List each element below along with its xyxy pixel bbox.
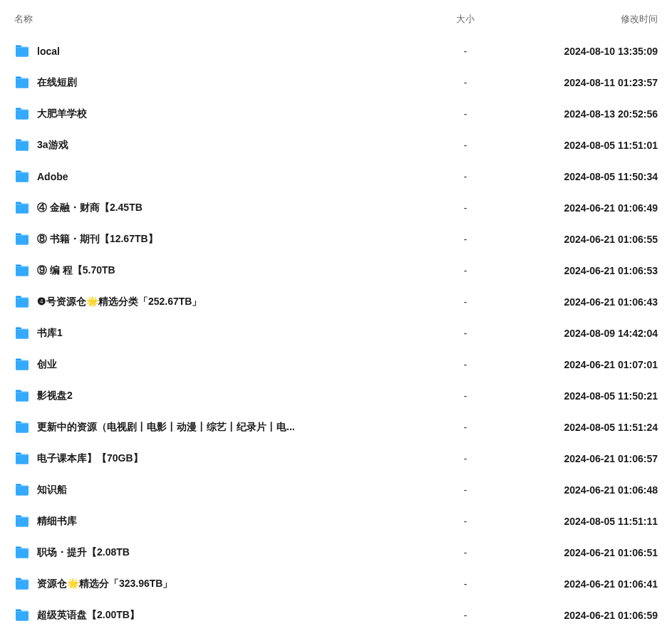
- cell-size: -: [415, 296, 515, 308]
- table-row[interactable]: 在线短剧-2024-08-11 01:23:57: [14, 67, 658, 98]
- cell-size: -: [415, 171, 515, 182]
- file-date-label: 2024-08-09 14:42:04: [564, 328, 658, 339]
- svg-rect-8: [16, 298, 29, 298]
- cell-name: local: [14, 45, 415, 58]
- cell-name: 资源仓🌟精选分「323.96TB」: [14, 578, 415, 590]
- file-size-label: -: [464, 578, 467, 590]
- file-date-label: 2024-08-10 13:35:09: [564, 46, 658, 57]
- file-date-label: 2024-08-13 20:52:56: [564, 108, 658, 120]
- table-row[interactable]: 知识船-2024-06-21 01:06:48: [14, 474, 658, 506]
- cell-size: -: [415, 108, 515, 120]
- table-row[interactable]: 影视盘2-2024-08-05 11:50:21: [14, 380, 658, 412]
- file-date-label: 2024-06-21 01:07:01: [564, 359, 658, 370]
- file-size-label: -: [464, 171, 467, 182]
- file-name-label: 书库1: [37, 327, 63, 340]
- svg-rect-6: [16, 235, 29, 236]
- cell-name: 职场・提升【2.08TB: [14, 546, 415, 559]
- file-size-label: -: [464, 46, 467, 57]
- folder-icon: [14, 390, 30, 402]
- folder-icon: [14, 296, 30, 308]
- table-row[interactable]: 精细书库-2024-08-05 11:51:11: [14, 506, 658, 537]
- cell-size: -: [415, 202, 515, 214]
- table-row[interactable]: ⑧ 书籍・期刊【12.67TB】-2024-06-21 01:06:55: [14, 224, 658, 255]
- file-name-label: ❹号资源仓🌟精选分类「252.67TB」: [37, 296, 202, 308]
- cell-date: 2024-08-05 11:50:21: [515, 390, 658, 402]
- cell-date: 2024-08-13 20:52:56: [515, 108, 658, 120]
- file-size-label: -: [464, 359, 467, 370]
- cell-date: 2024-06-21 01:06:48: [515, 484, 658, 496]
- cell-name: ⑧ 书籍・期刊【12.67TB】: [14, 233, 415, 246]
- file-date-label: 2024-08-05 11:51:01: [564, 140, 658, 151]
- svg-rect-13: [16, 454, 29, 455]
- file-date-label: 2024-08-11 01:23:57: [564, 77, 658, 88]
- cell-size: -: [415, 234, 515, 245]
- file-name-label: ④ 金融・财商【2.45TB: [37, 202, 143, 214]
- file-name-label: Adobe: [37, 171, 68, 182]
- file-name-label: 电子课本库】【70GB】: [37, 452, 143, 465]
- header-size-label: 大小: [456, 14, 475, 24]
- cell-name: 知识船: [14, 484, 415, 496]
- svg-rect-16: [16, 548, 29, 549]
- svg-rect-18: [16, 611, 29, 612]
- folder-icon: [14, 327, 30, 340]
- file-date-label: 2024-06-21 01:06:51: [564, 547, 658, 558]
- table-row[interactable]: 更新中的资源（电视剧丨电影丨动漫丨综艺丨纪录片丨电...-2024-08-05 …: [14, 412, 658, 443]
- table-row[interactable]: 创业-2024-06-21 01:07:01: [14, 349, 658, 380]
- file-size-label: -: [464, 547, 467, 558]
- table-row[interactable]: 大肥羊学校-2024-08-13 20:52:56: [14, 98, 658, 130]
- file-name-label: ⑧ 书籍・期刊【12.67TB】: [37, 233, 158, 246]
- file-name-label: 更新中的资源（电视剧丨电影丨动漫丨综艺丨纪录片丨电...: [37, 421, 295, 434]
- folder-icon: [14, 139, 30, 152]
- folder-icon: [14, 421, 30, 434]
- file-name-label: 影视盘2: [37, 390, 73, 402]
- cell-size: -: [415, 610, 515, 621]
- header-size[interactable]: 大小: [415, 13, 515, 26]
- cell-date: 2024-06-21 01:06:49: [515, 202, 658, 214]
- table-row[interactable]: Adobe-2024-08-05 11:50:34: [14, 161, 658, 192]
- folder-icon: [14, 515, 30, 528]
- table-row[interactable]: ⑨ 编 程【5.70TB-2024-06-21 01:06:53: [14, 255, 658, 286]
- table-row[interactable]: 书库1-2024-08-09 14:42:04: [14, 318, 658, 349]
- cell-size: -: [415, 422, 515, 433]
- folder-icon: [14, 233, 30, 246]
- cell-date: 2024-06-21 01:06:53: [515, 265, 658, 276]
- table-row[interactable]: 职场・提升【2.08TB-2024-06-21 01:06:51: [14, 537, 658, 568]
- file-date-label: 2024-06-21 01:06:55: [564, 234, 658, 245]
- cell-size: -: [415, 516, 515, 527]
- file-date-label: 2024-06-21 01:06:48: [564, 484, 658, 496]
- file-size-label: -: [464, 422, 467, 433]
- table-row[interactable]: 3a游戏-2024-08-05 11:51:01: [14, 130, 658, 161]
- svg-rect-3: [16, 141, 29, 142]
- table-row[interactable]: ❹号资源仓🌟精选分类「252.67TB」-2024-06-21 01:06:43: [14, 286, 658, 318]
- cell-name: ④ 金融・财商【2.45TB: [14, 202, 415, 214]
- cell-name: 书库1: [14, 327, 415, 340]
- svg-rect-17: [16, 580, 29, 580]
- cell-date: 2024-08-05 11:51:11: [515, 516, 658, 527]
- file-date-label: 2024-08-05 11:50:21: [564, 390, 658, 402]
- folder-icon: [14, 546, 30, 559]
- cell-date: 2024-06-21 01:06:41: [515, 578, 658, 590]
- cell-name: 超级英语盘【2.00TB】: [14, 609, 415, 622]
- file-date-label: 2024-08-05 11:51:11: [564, 516, 658, 527]
- table-row[interactable]: 资源仓🌟精选分「323.96TB」-2024-06-21 01:06:41: [14, 568, 658, 600]
- table-row[interactable]: 超级英语盘【2.00TB】-2024-06-21 01:06:59: [14, 600, 658, 631]
- svg-rect-11: [16, 392, 29, 392]
- header-date[interactable]: 修改时间: [515, 13, 658, 26]
- file-size-label: -: [464, 390, 467, 402]
- folder-icon: [14, 452, 30, 465]
- folder-icon: [14, 264, 30, 277]
- svg-rect-0: [16, 47, 29, 48]
- cell-size: -: [415, 265, 515, 276]
- header-name[interactable]: 名称: [14, 13, 415, 26]
- cell-date: 2024-08-09 14:42:04: [515, 328, 658, 339]
- svg-rect-5: [16, 204, 29, 204]
- table-row[interactable]: local-2024-08-10 13:35:09: [14, 36, 658, 67]
- file-date-label: 2024-06-21 01:06:53: [564, 265, 658, 276]
- file-size-label: -: [464, 202, 467, 214]
- table-row[interactable]: ④ 金融・财商【2.45TB-2024-06-21 01:06:49: [14, 192, 658, 224]
- table-row[interactable]: 电子课本库】【70GB】-2024-06-21 01:06:57: [14, 443, 658, 474]
- header-name-label: 名称: [14, 13, 33, 26]
- svg-rect-12: [16, 423, 29, 424]
- cell-name: Adobe: [14, 170, 415, 183]
- cell-size: -: [415, 578, 515, 590]
